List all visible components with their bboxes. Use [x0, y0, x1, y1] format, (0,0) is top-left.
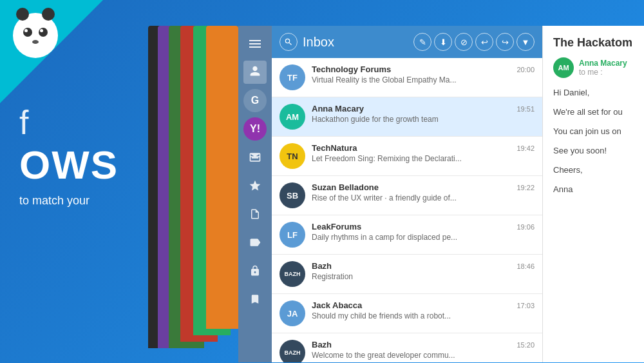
email-subject: Welcome to the great developer commu...: [312, 351, 535, 360]
detail-body-line: See you soon!: [553, 144, 644, 158]
email-item[interactable]: LF LeakForums 19:06 Daily rhythms in a c…: [272, 215, 542, 255]
email-sender: Bazh: [312, 340, 332, 349]
email-time: 19:51: [516, 105, 535, 113]
email-avatar: SB: [279, 182, 305, 208]
email-content: Jack Abacca 17:03 Should my child be fri…: [312, 300, 535, 320]
sidebar-lock-icon[interactable]: [243, 259, 267, 282]
detail-sender-to: to me :: [579, 68, 627, 77]
email-sender: Bazh: [312, 261, 332, 271]
email-list: TF Technology Forums 20:00 Virtual Reali…: [272, 58, 542, 362]
email-avatar: JA: [279, 300, 305, 326]
email-subject: Daily rhythms in a camp for displaced pe…: [312, 233, 535, 242]
detail-avatar: AM: [553, 57, 574, 78]
tagline-subtext: to match your: [19, 194, 118, 208]
sidebar-users-icon[interactable]: [243, 61, 267, 84]
tagline-ows: OWS: [19, 142, 118, 188]
email-avatar: BAZH: [279, 340, 305, 362]
email-item[interactable]: JA Jack Abacca 17:03 Should my child be …: [272, 294, 542, 333]
email-item[interactable]: BAZH Bazh 15:20 Welcome to the great dev…: [272, 333, 542, 362]
sidebar-google-icon[interactable]: G: [243, 89, 267, 112]
panda-eye-left: [23, 28, 32, 37]
email-header: Suzan Belladone 19:22: [312, 182, 535, 192]
email-content: Technology Forums 20:00 Virtual Reality …: [312, 64, 535, 84]
email-time: 15:20: [516, 341, 535, 349]
email-item[interactable]: TF Technology Forums 20:00 Virtual Reali…: [272, 58, 542, 97]
email-header: Bazh 15:20: [312, 340, 535, 349]
email-header: TechNatura 19:42: [312, 143, 535, 153]
email-content: Anna Macary 19:51 Hackathon guide for th…: [312, 104, 535, 124]
email-avatar: BAZH: [279, 261, 305, 287]
email-sender: Anna Macary: [312, 104, 364, 113]
inbox-title: Inbox: [303, 35, 408, 50]
email-item[interactable]: BAZH Bazh 18:46 Registration: [272, 255, 542, 294]
sidebar-yahoo-icon[interactable]: Y!: [243, 117, 267, 141]
panda-nose: [32, 40, 39, 44]
detail-body-line: Cheers,: [553, 163, 644, 177]
email-subject: Should my child be friends with a robot.…: [312, 311, 535, 320]
email-subject: Hackathon guide for the growth team: [312, 115, 535, 124]
email-item[interactable]: SB Suzan Belladone 19:22 Rise of the UX …: [272, 176, 542, 215]
email-time: 18:46: [516, 262, 535, 270]
sidebar-main: G Y!: [238, 26, 272, 362]
sidebar-star-icon[interactable]: [243, 174, 267, 197]
detail-title: The Hackatom: [553, 36, 644, 50]
panel-orange: [206, 26, 238, 329]
email-content: Bazh 15:20 Welcome to the great develope…: [312, 340, 535, 360]
sidebar-tag-icon[interactable]: [243, 231, 267, 254]
reply-button[interactable]: ↩: [475, 33, 493, 51]
more-button[interactable]: ▼: [516, 33, 535, 51]
detail-body-line: We're all set for ou: [553, 105, 644, 119]
forward-button[interactable]: ↪: [496, 33, 514, 51]
email-avatar: LF: [279, 222, 305, 248]
email-header: LeakForums 19:06: [312, 222, 535, 231]
detail-panel: The Hackatom AM Anna Macary to me : Hi D…: [542, 26, 644, 362]
email-subject: Registration: [312, 272, 535, 281]
email-time: 19:22: [516, 184, 535, 191]
panda-ear-right: [42, 8, 55, 21]
email-content: LeakForums 19:06 Daily rhythms in a camp…: [312, 222, 535, 242]
detail-sender-name: Anna Macary: [579, 59, 627, 68]
panda-logo: [6, 6, 64, 64]
toolbar-actions: ✎ ⬇ ⊘ ↩ ↪ ▼: [413, 33, 535, 51]
email-subject: Let Freedom Sing: Remixing the Declarati…: [312, 154, 535, 163]
detail-body-line: Anna: [553, 182, 644, 197]
email-sender: Technology Forums: [312, 64, 391, 74]
sidebar-inbox-icon[interactable]: [243, 146, 267, 169]
email-content: Suzan Belladone 19:22 Rise of the UX wri…: [312, 182, 535, 202]
email-time: 17:03: [516, 302, 535, 309]
email-sender: Suzan Belladone: [312, 182, 379, 192]
detail-body-line: Hi Daniel,: [553, 86, 644, 100]
detail-sender-row: AM Anna Macary to me :: [553, 57, 644, 78]
email-time: 19:42: [516, 144, 535, 152]
menu-icon[interactable]: [243, 32, 267, 55]
email-time: 20:00: [516, 66, 535, 74]
search-button[interactable]: [279, 33, 298, 51]
email-sender: Jack Abacca: [312, 300, 362, 310]
email-avatar: AM: [279, 104, 305, 130]
email-item[interactable]: AM Anna Macary 19:51 Hackathon guide for…: [272, 97, 542, 137]
sidebar-document-icon[interactable]: [243, 202, 267, 226]
email-avatar: TF: [279, 64, 305, 90]
email-item[interactable]: TN TechNatura 19:42 Let Freedom Sing: Re…: [272, 137, 542, 176]
email-sender: TechNatura: [312, 143, 357, 153]
email-sender: LeakForums: [312, 222, 361, 231]
download-button[interactable]: ⬇: [434, 33, 452, 51]
detail-sender-info: Anna Macary to me :: [579, 59, 627, 77]
panda-eye-right: [39, 28, 48, 37]
email-avatar: TN: [279, 143, 305, 169]
email-subject: Virtual Reality is the Global Empathy Ma…: [312, 75, 535, 84]
email-time: 19:06: [516, 223, 535, 231]
email-header: Bazh 18:46: [312, 261, 535, 271]
email-header: Anna Macary 19:51: [312, 104, 535, 113]
delete-button[interactable]: ⊘: [455, 33, 473, 51]
detail-body: Hi Daniel,We're all set for ouYou can jo…: [553, 86, 644, 197]
detail-body-line: You can join us on: [553, 124, 644, 139]
email-content: TechNatura 19:42 Let Freedom Sing: Remix…: [312, 143, 535, 163]
email-panel: Inbox ✎ ⬇ ⊘ ↩ ↪ ▼ TF Technology Forums 2…: [272, 26, 542, 362]
compose-button[interactable]: ✎: [413, 33, 431, 51]
tagline-of: f: [19, 103, 118, 142]
email-header: Jack Abacca 17:03: [312, 300, 535, 310]
left-text-block: f OWS to match your: [19, 103, 118, 208]
panda-ear-left: [16, 8, 29, 21]
sidebar-bookmark-icon[interactable]: [243, 288, 267, 311]
